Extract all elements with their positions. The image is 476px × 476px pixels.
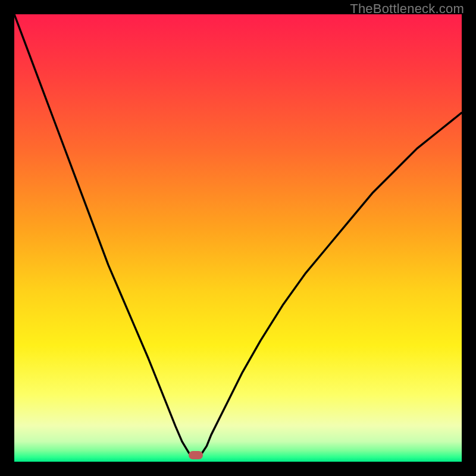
optimal-marker — [189, 451, 203, 459]
bottleneck-curve — [14, 14, 462, 462]
chart-frame: TheBottleneck.com — [0, 0, 476, 476]
plot-area — [14, 14, 462, 462]
watermark-text: TheBottleneck.com — [350, 1, 464, 17]
